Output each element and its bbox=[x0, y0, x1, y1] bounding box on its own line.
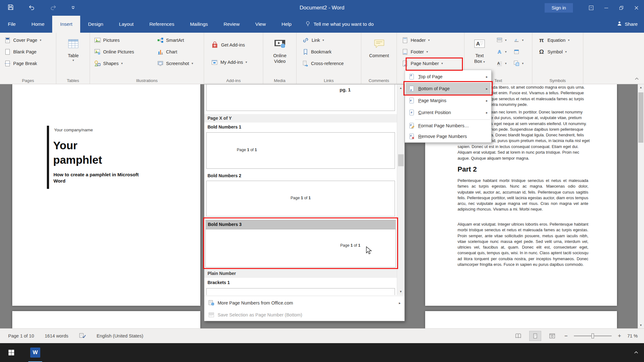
windows-logo-icon bbox=[8, 349, 14, 356]
document-page-2-right-partial[interactable] bbox=[425, 311, 617, 328]
my-add-ins-button[interactable]: My Add-ins ▾ bbox=[208, 56, 250, 68]
tab-help[interactable]: Help bbox=[274, 16, 299, 33]
get-add-ins-button[interactable]: Get Add-ins bbox=[208, 39, 250, 51]
footer-button[interactable]: Footer ▾ bbox=[399, 46, 446, 58]
tell-me-box[interactable]: Tell me what you want to do bbox=[305, 16, 374, 33]
menu-item-format-page-numbers[interactable]: # Format Page Numbers… bbox=[406, 120, 491, 131]
zoom-slider[interactable] bbox=[574, 333, 612, 339]
tab-review[interactable]: Review bbox=[216, 16, 247, 33]
ribbon-display-options-icon[interactable] bbox=[584, 0, 599, 16]
pictures-button[interactable]: Pictures bbox=[92, 34, 136, 46]
restore-window-icon[interactable] bbox=[614, 0, 629, 16]
document-page-1-left[interactable]: Your company/name Your pamphlet How to c… bbox=[12, 84, 200, 306]
gallery-scrollbar-thumb[interactable] bbox=[398, 154, 404, 166]
menu-item-current-position[interactable]: # Current Position ▸ bbox=[406, 107, 491, 118]
tab-file[interactable]: File bbox=[0, 16, 24, 33]
screenshot-label: Screenshot bbox=[166, 61, 189, 66]
minimize-icon[interactable] bbox=[599, 0, 614, 16]
gallery-scrollbar[interactable]: ▲ ▼ bbox=[397, 85, 404, 295]
language-status[interactable]: English (United States) bbox=[97, 333, 143, 338]
tab-view[interactable]: View bbox=[247, 16, 274, 33]
zoom-out-icon[interactable]: − bbox=[563, 333, 569, 339]
symbol-button[interactable]: Ω Symbol ▾ bbox=[536, 46, 572, 58]
equation-button[interactable]: π Equation ▾ bbox=[536, 34, 572, 46]
gallery-item-bold-numbers-3[interactable]: Page 1 of 1 bbox=[205, 229, 396, 267]
gallery-item-partial-preview[interactable]: pg. 1 bbox=[206, 85, 395, 111]
scroll-down-icon[interactable]: ▼ bbox=[638, 322, 644, 328]
start-button[interactable] bbox=[0, 343, 23, 362]
shapes-button[interactable]: Shapes ▾ bbox=[92, 58, 136, 69]
wordart-button[interactable]: A ▾ bbox=[495, 46, 508, 58]
chart-button[interactable]: Chart bbox=[155, 46, 196, 58]
document-scrollbar[interactable]: ▲ ▼ bbox=[638, 84, 644, 328]
tab-insert[interactable]: Insert bbox=[52, 16, 80, 33]
gallery-item-bold-numbers-1[interactable]: Page 1 of 1 bbox=[206, 132, 395, 169]
screenshot-button[interactable]: Screenshot ▾ bbox=[155, 58, 196, 69]
word-count-status[interactable]: 1614 words bbox=[45, 333, 68, 338]
header-button[interactable]: Header ▾ bbox=[399, 34, 446, 46]
online-video-button[interactable]: Online Video bbox=[265, 35, 295, 64]
svg-text:#: # bbox=[404, 63, 406, 66]
web-layout-button[interactable] bbox=[546, 331, 558, 341]
menu-item-top-of-page[interactable]: # Top of Page ▸ bbox=[406, 71, 491, 83]
page-break-button[interactable]: Page Break bbox=[2, 58, 44, 69]
svg-text:A: A bbox=[498, 49, 501, 54]
cover-page-button[interactable]: Cover Page ▾ bbox=[2, 34, 44, 46]
title-bar: Document2 - Word Sign in bbox=[0, 0, 644, 16]
tab-layout[interactable]: Layout bbox=[111, 16, 142, 33]
group-label-addins: Add-ins bbox=[204, 78, 263, 83]
more-page-numbers-item[interactable]: More Page Numbers from Office.com ▸ bbox=[206, 297, 403, 309]
zoom-in-icon[interactable]: + bbox=[617, 333, 622, 339]
drop-cap-button[interactable]: A ▾ bbox=[495, 58, 508, 69]
proofing-icon[interactable] bbox=[79, 333, 86, 339]
collapse-ribbon-icon[interactable] bbox=[635, 76, 639, 81]
date-time-button[interactable] bbox=[512, 46, 525, 58]
word-taskbar-button[interactable]: W bbox=[26, 343, 44, 362]
pictures-label: Pictures bbox=[103, 38, 119, 43]
save-selection-item[interactable]: Save Selection as Page Number (Bottom) bbox=[206, 309, 403, 321]
bookmark-label: Bookmark bbox=[311, 49, 331, 54]
page-number-button[interactable]: # Page Number ▾ bbox=[399, 58, 446, 69]
link-icon bbox=[302, 37, 309, 44]
zoom-level[interactable]: 71 % bbox=[627, 333, 638, 338]
group-label-comments: Comments bbox=[361, 78, 397, 83]
tab-mailings[interactable]: Mailings bbox=[182, 16, 216, 33]
scroll-up-icon[interactable]: ▲ bbox=[638, 84, 644, 90]
share-person-icon bbox=[617, 21, 622, 28]
table-button[interactable]: Table ▾ bbox=[60, 35, 86, 62]
tab-design[interactable]: Design bbox=[80, 16, 111, 33]
comment-button[interactable]: Comment bbox=[364, 35, 394, 58]
link-button[interactable]: Link ▾ bbox=[300, 34, 346, 46]
cross-reference-button[interactable]: Cross-reference bbox=[300, 58, 346, 69]
read-mode-button[interactable] bbox=[512, 331, 524, 341]
gallery-item-bold-numbers-2[interactable]: Page 1 of 1 bbox=[206, 181, 395, 217]
menu-item-bottom-of-page[interactable]: # Bottom of Page ▸ bbox=[406, 83, 491, 95]
gallery-item-brackets-1[interactable] bbox=[206, 288, 395, 295]
signature-line-button[interactable]: ▾ bbox=[512, 34, 525, 46]
document-page-2-left-partial[interactable] bbox=[12, 311, 200, 328]
bookmark-button[interactable]: Bookmark bbox=[300, 46, 346, 58]
tray-chevron-icon[interactable] bbox=[634, 343, 638, 362]
submenu-arrow-icon: ▸ bbox=[486, 99, 488, 103]
blank-page-button[interactable]: Blank Page bbox=[2, 46, 44, 58]
text-box-button[interactable]: A Text Box ▾ bbox=[467, 35, 492, 65]
tab-references[interactable]: References bbox=[142, 16, 182, 33]
scroll-up-icon[interactable]: ▲ bbox=[397, 85, 404, 91]
scrollbar-thumb[interactable] bbox=[638, 92, 643, 143]
menu-item-page-margins[interactable]: # Page Margins ▸ bbox=[406, 95, 491, 107]
page-count-status[interactable]: Page 1 of 10 bbox=[8, 333, 34, 338]
menu-item-remove-page-numbers[interactable]: # Remove Page Numbers bbox=[406, 131, 491, 142]
quick-parts-button[interactable]: ▾ bbox=[495, 34, 508, 46]
ribbon-group-media: Online Video Media bbox=[263, 33, 297, 84]
scroll-down-icon[interactable]: ▼ bbox=[397, 288, 404, 295]
share-button[interactable]: Share bbox=[617, 16, 638, 33]
zoom-slider-thumb[interactable] bbox=[591, 333, 594, 338]
sign-in-button[interactable]: Sign in bbox=[545, 3, 573, 13]
print-layout-button[interactable] bbox=[529, 331, 541, 341]
object-button[interactable]: ▾ bbox=[512, 58, 525, 69]
ribbon-group-addins: Get Add-ins My Add-ins ▾ Add-ins bbox=[204, 33, 263, 84]
close-icon[interactable] bbox=[629, 0, 644, 16]
tab-home[interactable]: Home bbox=[24, 16, 52, 33]
online-pictures-button[interactable]: Online Pictures bbox=[92, 46, 136, 58]
smartart-button[interactable]: SmartArt bbox=[155, 34, 196, 46]
